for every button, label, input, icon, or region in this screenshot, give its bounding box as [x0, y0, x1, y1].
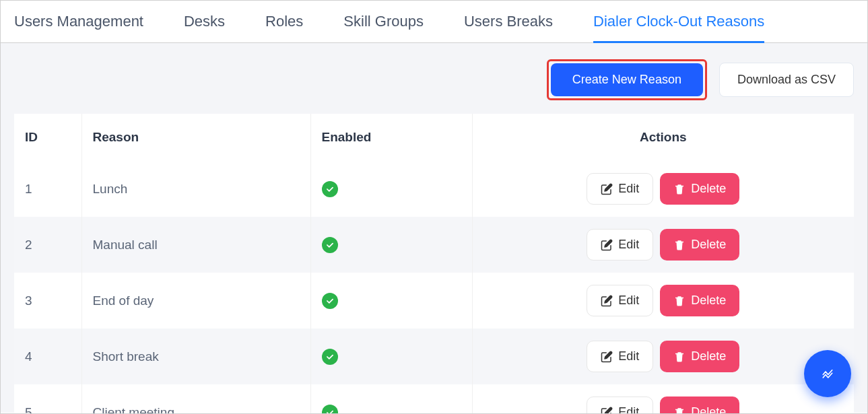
- delete-button[interactable]: Delete: [660, 173, 739, 205]
- edit-icon: [601, 407, 613, 415]
- cell-id: 1: [14, 161, 81, 217]
- trash-icon: [673, 351, 686, 363]
- delete-button-label: Delete: [691, 349, 726, 364]
- column-header-enabled: Enabled: [310, 114, 472, 161]
- check-circle-icon: [322, 181, 338, 197]
- cell-reason: Short break: [81, 329, 310, 384]
- cell-id: 3: [14, 273, 81, 329]
- tab-users-management[interactable]: Users Management: [14, 13, 143, 42]
- edit-icon: [601, 295, 613, 307]
- cell-actions: EditDelete: [472, 273, 854, 329]
- cell-actions: EditDelete: [472, 161, 854, 217]
- cell-enabled: [310, 161, 472, 217]
- cell-actions: EditDelete: [472, 329, 854, 384]
- cell-reason: Client meeting: [81, 384, 310, 414]
- delete-button[interactable]: Delete: [660, 229, 739, 261]
- edit-icon: [601, 183, 613, 195]
- edit-button[interactable]: Edit: [587, 341, 653, 372]
- edit-button-label: Edit: [618, 349, 639, 364]
- edit-icon: [601, 239, 613, 251]
- check-circle-icon: [322, 293, 338, 309]
- table-row: 2Manual callEditDelete: [14, 217, 854, 273]
- cell-actions: EditDelete: [472, 217, 854, 273]
- trash-icon: [673, 407, 686, 415]
- column-header-actions: Actions: [472, 114, 854, 161]
- trash-icon: [673, 239, 686, 251]
- download-csv-button[interactable]: Download as CSV: [719, 63, 854, 97]
- edit-button-label: Edit: [618, 405, 639, 414]
- trash-icon: [673, 295, 686, 307]
- tab-skill-groups[interactable]: Skill Groups: [343, 13, 424, 42]
- tab-roles[interactable]: Roles: [265, 13, 303, 42]
- cell-actions: EditDelete: [472, 384, 854, 414]
- tabs-bar: Users ManagementDesksRolesSkill GroupsUs…: [1, 1, 867, 43]
- cell-id: 2: [14, 217, 81, 273]
- check-circle-icon: [322, 237, 338, 253]
- delete-button-label: Delete: [691, 182, 726, 196]
- edit-button[interactable]: Edit: [587, 285, 653, 316]
- cell-reason: Manual call: [81, 217, 310, 273]
- delete-button[interactable]: Delete: [660, 285, 739, 316]
- create-new-reason-button[interactable]: Create New Reason: [551, 63, 703, 96]
- delete-button[interactable]: Delete: [660, 396, 739, 414]
- delete-button-label: Delete: [691, 405, 726, 414]
- delete-button-label: Delete: [691, 294, 726, 308]
- delete-button[interactable]: Delete: [660, 341, 739, 372]
- table-row: 4Short breakEditDelete: [14, 329, 854, 384]
- content-area: Create New Reason Download as CSV ID Rea…: [1, 43, 867, 413]
- actions-bar: Create New Reason Download as CSV: [14, 59, 854, 100]
- edit-icon: [601, 351, 613, 363]
- tab-users-breaks[interactable]: Users Breaks: [464, 13, 553, 42]
- check-circle-icon: [322, 405, 338, 415]
- cell-reason: Lunch: [81, 161, 310, 217]
- column-header-id: ID: [14, 114, 81, 161]
- edit-button-label: Edit: [618, 294, 639, 308]
- cell-id: 4: [14, 329, 81, 384]
- edit-button-label: Edit: [618, 238, 639, 252]
- cell-id: 5: [14, 384, 81, 414]
- reasons-table: ID Reason Enabled Actions 1LunchEditDele…: [14, 114, 854, 414]
- help-fab-button[interactable]: [804, 350, 851, 397]
- chat-icon: [822, 368, 834, 380]
- edit-button[interactable]: Edit: [587, 396, 653, 414]
- edit-button[interactable]: Edit: [587, 229, 653, 261]
- tab-dialer-clock-out-reasons[interactable]: Dialer Clock-Out Reasons: [593, 13, 764, 42]
- create-button-highlight: Create New Reason: [547, 59, 707, 100]
- cell-enabled: [310, 329, 472, 384]
- check-circle-icon: [322, 349, 338, 365]
- trash-icon: [673, 183, 686, 195]
- tab-desks[interactable]: Desks: [184, 13, 225, 42]
- table-row: 1LunchEditDelete: [14, 161, 854, 217]
- table-row: 3End of dayEditDelete: [14, 273, 854, 329]
- edit-button-label: Edit: [618, 182, 639, 196]
- edit-button[interactable]: Edit: [587, 173, 653, 205]
- column-header-reason: Reason: [81, 114, 310, 161]
- cell-reason: End of day: [81, 273, 310, 329]
- cell-enabled: [310, 217, 472, 273]
- cell-enabled: [310, 273, 472, 329]
- table-row: 5Client meetingEditDelete: [14, 384, 854, 414]
- delete-button-label: Delete: [691, 238, 726, 252]
- cell-enabled: [310, 384, 472, 414]
